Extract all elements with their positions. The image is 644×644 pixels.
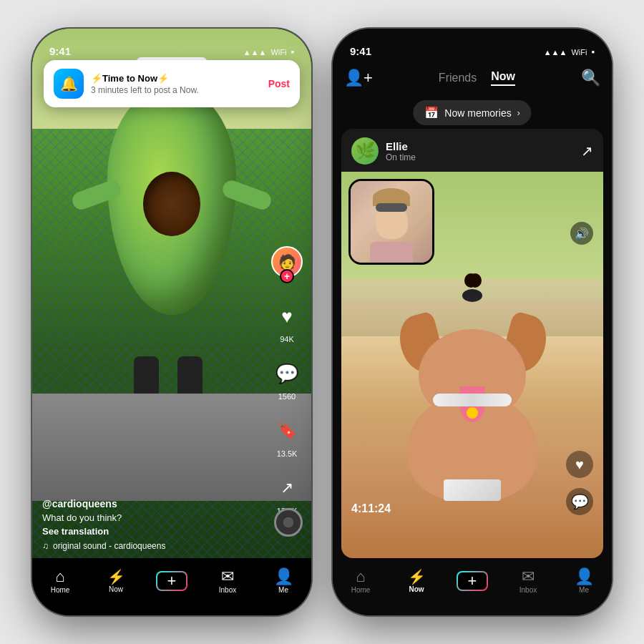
memories-label: Now memories xyxy=(444,107,511,119)
selfie-head xyxy=(376,203,408,239)
dog-collar xyxy=(433,394,512,406)
post-user-avatar: 🌿 xyxy=(351,137,379,165)
post-timestamp: 4:11:24 xyxy=(351,502,391,515)
comment-count: 1560 xyxy=(278,392,296,401)
notification-text: ⚡Time to Now⚡ 3 minutes left to post a N… xyxy=(91,73,261,95)
status-time-2: 9:41 xyxy=(350,45,371,57)
dog-eye-right xyxy=(464,273,477,288)
creator-avatar-item[interactable]: 🧑 + xyxy=(271,246,303,286)
like-count: 94K xyxy=(280,335,294,343)
status-bar-1: 9:41 ▲▲▲ WiFi ▪ xyxy=(32,29,311,60)
phone-1: 9:41 ▲▲▲ WiFi ▪ 🔔 ⚡Time to Now⚡ 3 minute… xyxy=(32,29,311,615)
nav-inbox-2[interactable]: ✉ Inbox xyxy=(507,569,550,594)
status-time-1: 9:41 xyxy=(49,45,71,57)
tab-now[interactable]: Now xyxy=(491,70,515,86)
comment-icon: 💬 xyxy=(271,358,303,389)
memories-pill[interactable]: 📅 Now memories › xyxy=(413,100,531,125)
nav-me-1[interactable]: 👤 Me xyxy=(262,569,305,594)
post-user-details: Ellie On time xyxy=(386,140,416,162)
dog-nose xyxy=(462,289,482,302)
inbox-icon-1: ✉ xyxy=(221,569,234,585)
bottom-nav-2: ⌂ Home ⚡ Now ✉ Inbox 👤 Me xyxy=(333,558,612,615)
action-buttons: 🧑 + ♥ 94K 💬 1560 🔖 13.5K ↗ xyxy=(271,246,303,515)
post-action-buttons: ♥ 💬 xyxy=(566,451,593,515)
home-icon-2: ⌂ xyxy=(356,569,365,585)
notification-post-button[interactable]: Post xyxy=(268,78,290,89)
chevron-right-icon: › xyxy=(517,108,520,118)
nav-now-label-2: Now xyxy=(409,585,424,593)
dual-camera-view: 🔊 4:11:24 ♥ 💬 xyxy=(341,172,603,558)
bottom-nav-1: ⌂ Home ⚡ Now ✉ Inbox 👤 Me xyxy=(32,558,311,615)
bookmark-count: 13.5K xyxy=(277,449,298,458)
nav-me-label-1: Me xyxy=(278,586,288,594)
video-description: What do you think? xyxy=(42,512,261,523)
phone-2: 9:41 ▲▲▲ WiFi ▪ 👤+ Friends Now 🔍 📅 Now m… xyxy=(333,29,612,615)
me-icon-1: 👤 xyxy=(274,569,293,585)
nav-home-label-1: Home xyxy=(51,586,70,594)
now-icon-2: ⚡ xyxy=(408,570,426,584)
bookmark-button[interactable]: 🔖 13.5K xyxy=(271,415,303,458)
bell-icon: 🔔 xyxy=(60,75,78,92)
post-card: 🌿 Ellie On time ↗ xyxy=(341,129,603,558)
share-icon: ↗ xyxy=(271,472,303,504)
avocado-figure xyxy=(93,86,250,444)
notification-icon: 🔔 xyxy=(54,69,84,99)
post-share-icon[interactable]: ↗ xyxy=(581,142,593,160)
selfie-body xyxy=(370,242,413,265)
music-note-icon: ♫ xyxy=(42,541,49,551)
notification-banner: 🔔 ⚡Time to Now⚡ 3 minutes left to post a… xyxy=(44,60,300,107)
nav-now-label-1: Now xyxy=(109,585,123,593)
post-header: 🌿 Ellie On time ↗ xyxy=(341,129,603,173)
post-username[interactable]: Ellie xyxy=(386,140,416,152)
nav-create-1[interactable] xyxy=(150,571,193,591)
status-icons-2: ▲▲▲ WiFi ▪ xyxy=(544,47,595,57)
battery-icon-2: ▪ xyxy=(591,47,595,57)
search-icon[interactable]: 🔍 xyxy=(581,69,600,87)
post-status: On time xyxy=(386,152,416,162)
signal-icon-2: ▲▲▲ xyxy=(544,48,567,57)
notification-title: ⚡Time to Now⚡ xyxy=(91,73,261,84)
post-like-button[interactable]: ♥ xyxy=(566,451,593,478)
home-icon: ⌂ xyxy=(55,569,64,585)
now-page-header: 👤+ Friends Now 🔍 xyxy=(333,60,612,96)
creator-avatar-stack: 🧑 + xyxy=(271,246,303,283)
avocado-pit xyxy=(143,172,200,236)
video-info: @cardioqueens What do you think? See tra… xyxy=(42,498,261,551)
heart-icon: ♥ xyxy=(271,301,303,332)
nav-home-2[interactable]: ⌂ Home xyxy=(339,569,382,594)
nav-inbox-1[interactable]: ✉ Inbox xyxy=(206,569,249,594)
post-comment-button[interactable]: 💬 xyxy=(566,488,593,515)
like-button[interactable]: ♥ 94K xyxy=(271,301,303,343)
video-sound-info: ♫ original sound - cardioqueens xyxy=(42,541,261,551)
spinning-record xyxy=(274,508,303,537)
create-plus-button-2[interactable] xyxy=(457,571,488,591)
selfie-sunglasses xyxy=(376,203,407,212)
me-icon-2: 👤 xyxy=(575,569,594,585)
video-username[interactable]: @cardioqueens xyxy=(42,498,261,509)
nav-now-1[interactable]: ⚡ Now xyxy=(94,570,137,593)
front-camera-photo xyxy=(348,179,434,265)
nav-home-1[interactable]: ⌂ Home xyxy=(39,569,82,594)
add-friend-icon[interactable]: 👤+ xyxy=(344,69,373,87)
see-translation-button[interactable]: See translation xyxy=(42,526,261,537)
bookmark-icon: 🔖 xyxy=(271,415,303,447)
nav-home-label-2: Home xyxy=(351,586,371,594)
nav-me-label-2: Me xyxy=(579,586,589,594)
nav-now-2[interactable]: ⚡ Now xyxy=(395,570,438,593)
notification-subtitle: 3 minutes left to post a Now. xyxy=(91,85,261,95)
create-plus-button[interactable] xyxy=(156,571,187,591)
wifi-icon-1: WiFi xyxy=(270,48,286,57)
nav-inbox-label-1: Inbox xyxy=(219,586,236,594)
dog-scarf xyxy=(444,479,501,501)
tab-friends[interactable]: Friends xyxy=(439,72,477,84)
follow-plus-icon: + xyxy=(280,269,294,283)
sound-name: original sound - cardioqueens xyxy=(53,541,165,551)
street-background xyxy=(32,394,311,501)
sound-toggle-icon[interactable]: 🔊 xyxy=(570,222,593,245)
dog-collar-tag xyxy=(467,407,478,419)
avocado-body xyxy=(107,86,236,315)
nav-create-2[interactable] xyxy=(451,571,494,591)
nav-me-2[interactable]: 👤 Me xyxy=(562,569,605,594)
now-icon-1: ⚡ xyxy=(107,570,125,584)
comment-button[interactable]: 💬 1560 xyxy=(271,358,303,401)
